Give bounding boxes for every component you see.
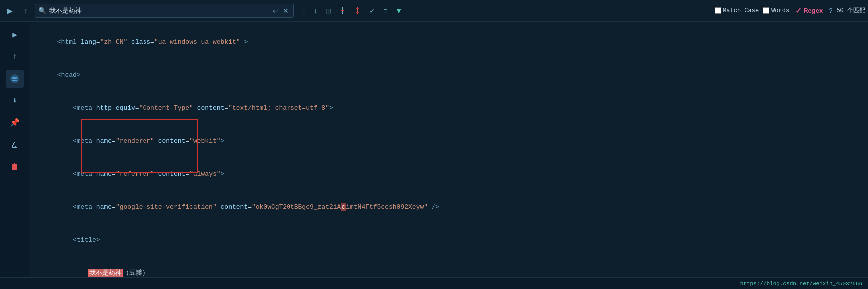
words-label: Words — [771, 7, 789, 14]
code-line-6: <meta name="google-site-verification" co… — [34, 191, 860, 224]
regex-label: Regex — [803, 7, 823, 14]
sidebar: ▶ ↑ ⬇ 📌 🖨 🗑 — [0, 22, 30, 277]
check-button[interactable]: ✓ — [367, 5, 378, 16]
match-active: 我不是药神 — [88, 269, 123, 277]
cursor-line2-icon — [354, 6, 361, 15]
match-count: 50 个匹配 — [836, 6, 865, 15]
sidebar-up[interactable]: ↑ — [6, 48, 24, 66]
code-line-2: <head> — [34, 59, 860, 92]
sidebar-pin[interactable]: 📌 — [6, 114, 24, 132]
list-button[interactable]: ≡ — [381, 5, 390, 16]
search-next-button[interactable]: ↓ — [311, 5, 320, 16]
sidebar-print[interactable]: 🖨 — [6, 136, 24, 154]
sidebar-list[interactable] — [6, 70, 24, 88]
words-option[interactable]: Words — [763, 7, 789, 14]
match-case-option[interactable]: Match Case — [715, 7, 759, 14]
search-box: 🔍 ↵ ✕ — [35, 4, 294, 18]
match-case-label: Match Case — [723, 7, 759, 14]
search-clear-button[interactable]: ✕ — [281, 6, 290, 16]
code-line-5: <meta name="referrer" content="always"> — [34, 158, 860, 191]
cursor-line-icon — [339, 6, 346, 15]
cursor-line2-button[interactable] — [352, 5, 364, 17]
main-area: ▶ ↑ ⬇ 📌 🖨 🗑 <html lang="zh-CN" class="ua… — [0, 22, 868, 277]
sidebar-download[interactable]: ⬇ — [6, 92, 24, 110]
sidebar-play[interactable]: ▶ — [6, 26, 24, 44]
code-line-7: <title> — [34, 224, 860, 257]
code-editor[interactable]: <html lang="zh-CN" class="ua-windows ua-… — [30, 22, 868, 277]
sidebar-delete[interactable]: 🗑 — [6, 158, 24, 176]
search-prev-button[interactable]: ↑ — [300, 5, 308, 16]
code-line-4: <meta name="renderer" content="webkit"> — [34, 125, 860, 158]
list-sidebar-icon — [10, 74, 20, 84]
toolbar-options: Match Case Words ✓ Regex ? 50 个匹配 — [715, 5, 865, 16]
match-case-checkbox[interactable] — [715, 7, 721, 14]
words-checkbox[interactable] — [763, 7, 769, 14]
toolbar-actions: ↑ ↓ ⊡ ✓ ≡ ▼ — [300, 5, 405, 17]
svg-rect-6 — [12, 77, 17, 78]
nav-up-button[interactable]: ↑ — [19, 4, 33, 18]
code-line-1: <html lang="zh-CN" class="ua-windows ua-… — [34, 26, 860, 59]
svg-rect-7 — [12, 78, 17, 79]
toolbar: ▶ ↑ 🔍 ↵ ✕ ↑ ↓ ⊡ ✓ ≡ ▼ — [0, 0, 868, 22]
filter-button[interactable]: ▼ — [393, 5, 405, 16]
svg-rect-8 — [12, 80, 17, 81]
statusbar-url[interactable]: https://blog.csdn.net/weixin_45032666 — [740, 281, 862, 287]
statusbar: https://blog.csdn.net/weixin_45032666 — [0, 277, 868, 289]
help-button[interactable]: ? — [829, 7, 832, 14]
cursor-line-button[interactable] — [337, 5, 349, 17]
search-icon: 🔍 — [38, 7, 46, 15]
wrap-button[interactable]: ⊡ — [323, 5, 334, 16]
code-line-3: <meta http-equiv="Content-Type" content=… — [34, 92, 860, 125]
code-line-8: 我不是药神（豆瓣） — [34, 257, 860, 277]
toolbar-nav: ▶ ↑ — [3, 4, 33, 18]
search-enter-button[interactable]: ↵ — [271, 6, 281, 16]
search-input[interactable] — [49, 7, 271, 14]
regex-button[interactable]: ✓ Regex — [793, 5, 825, 16]
nav-play-button[interactable]: ▶ — [3, 4, 17, 18]
